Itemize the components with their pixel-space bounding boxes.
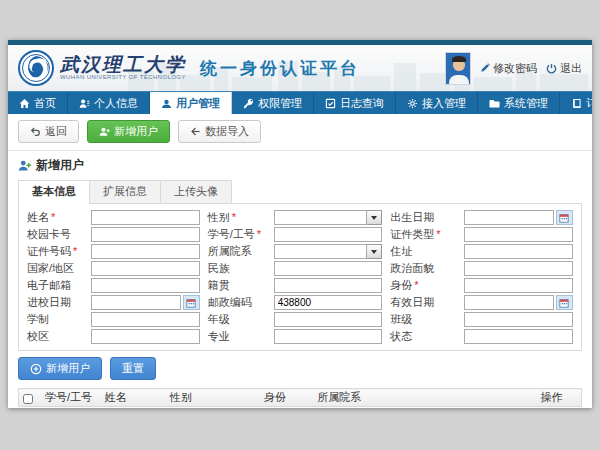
nav-item-log-query[interactable]: 日志查询 [314,92,396,114]
basic-info-form: 姓名* 性别* 出生日期 校园卡号 学号/工号* 证件类型* 证件号码* 所属院… [18,203,582,351]
content-area: 返回 新增用户 数据导入 新增用户 基本信息 扩展信息 上传头像 姓名* [8,120,592,408]
required-marker: * [73,245,77,257]
id-number-input[interactable] [91,244,200,259]
identity-input[interactable] [464,278,573,293]
nav-label: 个人信息 [94,96,138,111]
users-table: 学号/工号 姓名 性别 身份 所属院系 操作 [18,388,582,408]
brand-block: 武汉理工大学 WUHAN UNIVERSITY OF TECHNOLOGY [60,56,186,80]
back-button[interactable]: 返回 [18,120,79,143]
field-label-grade: 年级 [208,312,266,327]
valid-date-calendar-button[interactable] [556,295,573,310]
reset-button-label: 重置 [122,361,144,376]
department-dropdown-button[interactable] [367,244,382,259]
id-type-input[interactable] [464,227,573,242]
book-icon [571,98,582,109]
field-label-email: 电子邮箱 [27,278,83,293]
field-label-education-length: 学制 [27,312,83,327]
empty-table-row [19,407,582,409]
department-select-input[interactable] [274,244,368,259]
home-icon [19,98,30,109]
grade-input[interactable] [274,312,383,327]
logout-link[interactable]: 退出 [546,61,582,76]
nav-item-permission-management[interactable]: 权限管理 [232,92,314,114]
ethnicity-input[interactable] [274,261,383,276]
birth-date-calendar-button[interactable] [556,210,573,225]
political-status-input[interactable] [464,261,573,276]
required-marker: * [436,228,440,240]
campus-card-input[interactable] [91,227,200,242]
change-password-label: 修改密码 [493,61,537,76]
field-label-entry-date: 进校日期 [27,295,83,310]
back-arrow-icon [30,126,41,137]
nav-label: 首页 [34,96,56,111]
university-name-en: WUHAN UNIVERSITY OF TECHNOLOGY [60,74,186,80]
tab-extended-info[interactable]: 扩展信息 [90,180,161,204]
valid-date-input[interactable] [464,295,554,310]
data-import-button[interactable]: 数据导入 [178,120,261,143]
field-label-department: 所属院系 [208,244,266,259]
users-table-header-row: 学号/工号 姓名 性别 身份 所属院系 操作 [19,389,582,407]
required-marker: * [257,228,261,240]
university-name: 武汉理工大学 [60,56,186,74]
field-label-country: 国家/地区 [27,261,83,276]
field-label-valid-date: 有效日期 [390,295,456,310]
nav-item-access-management[interactable]: 接入管理 [396,92,478,114]
column-actions: 操作 [536,389,581,407]
select-all-checkbox[interactable] [23,394,33,404]
gender-dropdown-button[interactable] [367,210,382,225]
submit-add-user-button[interactable]: 新增用户 [18,357,102,380]
education-length-input[interactable] [91,312,200,327]
nav-item-user-management[interactable]: 用户管理 [150,92,232,114]
back-button-label: 返回 [45,124,67,139]
country-input[interactable] [91,261,200,276]
tab-basic-info[interactable]: 基本信息 [18,180,90,204]
field-label-class: 班级 [390,312,456,327]
nav-item-personal-info[interactable]: 个人信息 [68,92,150,114]
field-label-postal-code: 邮政编码 [208,295,266,310]
email-input[interactable] [91,278,200,293]
gear-icon [407,98,418,109]
entry-date-input[interactable] [91,295,181,310]
change-password-link[interactable]: 修改密码 [480,61,537,76]
birth-date-input[interactable] [464,210,554,225]
chevron-down-icon [371,216,377,220]
university-logo-icon [18,50,54,86]
student-id-input[interactable] [274,227,383,242]
nav-label: 系统管理 [504,96,548,111]
user-area: 修改密码 退出 [445,52,582,85]
campus-input[interactable] [91,329,200,344]
main-nav: 首页 个人信息 用户管理 权限管理 日志查询 接入管理 系统管理 订阅管理 [8,91,592,114]
required-marker: * [414,279,418,291]
nav-item-subscription-management[interactable]: 订阅管理 [560,92,592,114]
required-marker: * [232,211,236,223]
form-tabs: 基本信息 扩展信息 上传头像 [18,180,582,204]
nav-label: 订阅管理 [586,96,592,111]
class-input[interactable] [464,312,573,327]
gender-select-input[interactable] [274,210,368,225]
address-input[interactable] [464,244,573,259]
form-actions: 新增用户 重置 [18,357,582,380]
entry-date-calendar-button[interactable] [183,295,200,310]
power-icon [546,63,557,74]
field-label-birth-date: 出生日期 [390,210,456,225]
native-place-input[interactable] [274,278,383,293]
add-user-toolbar-button[interactable]: 新增用户 [87,120,170,143]
header: 武汉理工大学 WUHAN UNIVERSITY OF TECHNOLOGY 统一… [8,45,592,91]
section-title: 新增用户 [18,157,582,174]
name-input[interactable] [91,210,200,225]
data-import-label: 数据导入 [205,124,249,139]
field-label-campus: 校区 [27,329,83,344]
folder-icon [489,98,500,109]
field-label-campus-card: 校园卡号 [27,227,83,242]
calendar-icon [559,213,569,223]
logout-label: 退出 [560,61,582,76]
status-input[interactable] [464,329,573,344]
tab-upload-avatar[interactable]: 上传头像 [161,180,232,204]
field-label-status: 状态 [390,329,456,344]
reset-button[interactable]: 重置 [110,357,156,380]
field-label-gender: 性别* [208,210,266,225]
postal-code-input[interactable] [274,295,383,310]
major-input[interactable] [274,329,383,344]
nav-item-system-management[interactable]: 系统管理 [478,92,560,114]
nav-item-home[interactable]: 首页 [8,92,68,114]
